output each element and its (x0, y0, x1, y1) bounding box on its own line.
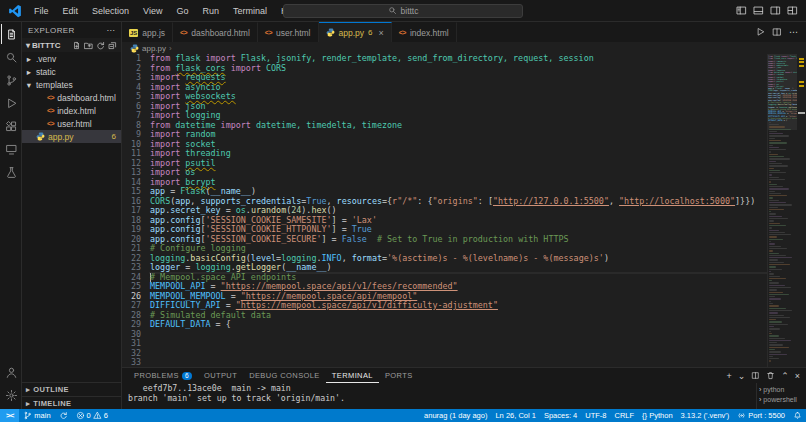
split-terminal-icon[interactable] (751, 371, 760, 380)
panel-tab-ports[interactable]: PORTS (379, 368, 419, 383)
toggle-secondary-sidebar-icon[interactable] (770, 5, 781, 16)
run-icon[interactable] (755, 27, 765, 37)
tab-index-html[interactable]: <>index.html (392, 22, 457, 42)
status-label: Spaces: 4 (544, 411, 577, 420)
close-icon[interactable]: × (378, 28, 383, 38)
tree-item-templates[interactable]: ▾templates (22, 78, 121, 91)
activity-search[interactable] (1, 47, 21, 67)
collapse-all-icon[interactable] (108, 41, 117, 50)
chevron-up-icon[interactable]: ⌃ (781, 371, 789, 381)
notifications[interactable] (789, 409, 806, 422)
encoding[interactable]: UTF-8 (581, 409, 610, 422)
status-label: Port : 5500 (748, 411, 785, 420)
status-label: 0 (87, 411, 91, 420)
activity-account[interactable] (1, 362, 21, 382)
activity-settings[interactable] (1, 385, 21, 405)
remote-indicator[interactable]: >< (0, 409, 19, 422)
trash-icon[interactable] (766, 371, 775, 380)
code-editor[interactable]: 1234567891011121314151617181920212223242… (122, 54, 806, 367)
more-icon[interactable]: ⋯ (789, 27, 798, 37)
activity-source-control[interactable] (1, 70, 21, 90)
eol[interactable]: CRLF (611, 409, 639, 422)
panel-tab-output[interactable]: OUTPUT (198, 368, 243, 383)
code-line-2: from flask_cors import CORS (150, 64, 767, 74)
panel-tab-problems[interactable]: PROBLEMS6 (128, 368, 198, 383)
menu-edit[interactable]: Edit (57, 4, 85, 18)
code-token: threading (180, 148, 230, 158)
code-token: # Simulated default data (150, 310, 271, 320)
menu-selection[interactable]: Selection (86, 4, 135, 18)
tree-item-user-html[interactable]: <>user.html (22, 117, 121, 130)
minimap-slider[interactable] (768, 54, 797, 130)
status-label: 3.13.2 ('.venv') (681, 411, 730, 420)
minimap-line (769, 163, 782, 164)
tree-item-dashboard-html[interactable]: <>dashboard.html (22, 91, 121, 104)
port-forward[interactable]: Port : 5500 (733, 409, 789, 422)
menu-run[interactable]: Run (196, 4, 225, 18)
command-center-search[interactable]: bitttc (283, 4, 523, 18)
tree-item--venv[interactable]: ▸.venv (22, 52, 121, 65)
panel-tab-debug-console[interactable]: DEBUG CONSOLE (243, 368, 326, 383)
menu-view[interactable]: View (137, 4, 168, 18)
minimap[interactable]: from flask import Flask, jsonify, render… (767, 54, 797, 367)
tab-app-py[interactable]: app.py6× (319, 22, 392, 42)
minimap-line (769, 236, 777, 237)
menu-terminal[interactable]: Terminal (227, 4, 273, 18)
language-mode[interactable]: {} Python (638, 409, 676, 422)
activity-testing[interactable] (1, 162, 21, 182)
overview-ruler[interactable] (797, 54, 806, 367)
code-token: 24 (291, 205, 301, 215)
code-token: logging (281, 253, 316, 263)
split-editor-icon[interactable] (772, 27, 782, 37)
minimap-line (769, 230, 779, 231)
activity-remote-explorer[interactable] (1, 139, 21, 159)
tree-item-index-html[interactable]: <>index.html (22, 104, 121, 117)
activity-run-debug[interactable] (1, 93, 21, 113)
terminal-tab-python[interactable]: ›python (759, 384, 804, 394)
breadcrumb[interactable]: app.py › (122, 42, 806, 54)
menu-go[interactable]: Go (170, 4, 194, 18)
section-timeline[interactable]: ▸TIMELINE (22, 396, 121, 409)
tree-item-static[interactable]: ▸static (22, 65, 121, 78)
menu-file[interactable]: File (28, 4, 55, 18)
terminal-tab-powershell[interactable]: ›powershell (759, 394, 804, 404)
code-token: "origins" (432, 196, 477, 206)
tab-user-html[interactable]: <>user.html (258, 22, 319, 42)
chevron-down-icon[interactable]: ⌄ (738, 371, 746, 381)
code-token: app (175, 196, 190, 206)
activity-explorer[interactable] (1, 24, 21, 44)
chevron-right-icon: ▸ (25, 67, 33, 77)
activity-extensions[interactable] (1, 116, 21, 136)
new-file-icon[interactable] (72, 41, 81, 50)
code-token: ] = (321, 234, 341, 244)
minimap-line (769, 209, 784, 210)
minimap-line (769, 193, 781, 194)
section-outline[interactable]: ▸OUTLINE (22, 383, 121, 396)
toggle-sidebar-icon[interactable] (736, 5, 747, 16)
minimap-line (769, 312, 778, 313)
customize-layout-icon[interactable] (787, 5, 798, 16)
sync-status[interactable] (55, 409, 72, 422)
refresh-icon[interactable] (96, 41, 105, 50)
python-interpreter[interactable]: 3.13.2 ('.venv') (677, 409, 734, 422)
branch-status[interactable]: main (19, 409, 54, 422)
tree-item-app-py[interactable]: app.py6 (22, 130, 121, 143)
panel-tab-terminal[interactable]: TERMINAL (326, 368, 379, 383)
code-token: DEFAULT_DATA (150, 319, 211, 329)
workspace-section-header[interactable]: ▾ BITTTC (22, 38, 121, 52)
cursor-position[interactable]: Ln 26, Col 1 (491, 409, 539, 422)
add-icon[interactable]: + (726, 371, 731, 381)
terminal-output[interactable]: eefd7b7..13ace0e main -> mainbranch 'mai… (122, 383, 756, 409)
indentation[interactable]: Spaces: 4 (540, 409, 581, 422)
explorer-more-icon[interactable]: ⋯ (107, 26, 115, 35)
problems-status[interactable]: 06 (72, 409, 112, 422)
minimap-line (769, 207, 778, 208)
minimap-line (769, 200, 779, 201)
new-folder-icon[interactable] (84, 41, 93, 50)
tab-dashboard-html[interactable]: <>dashboard.html (173, 22, 258, 42)
close-icon[interactable]: × (795, 371, 800, 381)
code-pane[interactable]: from flask import Flask, jsonify, render… (148, 54, 767, 367)
toggle-panel-icon[interactable] (753, 5, 764, 16)
tab-app-js[interactable]: JSapp.js (122, 22, 173, 42)
blame-status[interactable]: anurag (1 day ago) (420, 409, 491, 422)
